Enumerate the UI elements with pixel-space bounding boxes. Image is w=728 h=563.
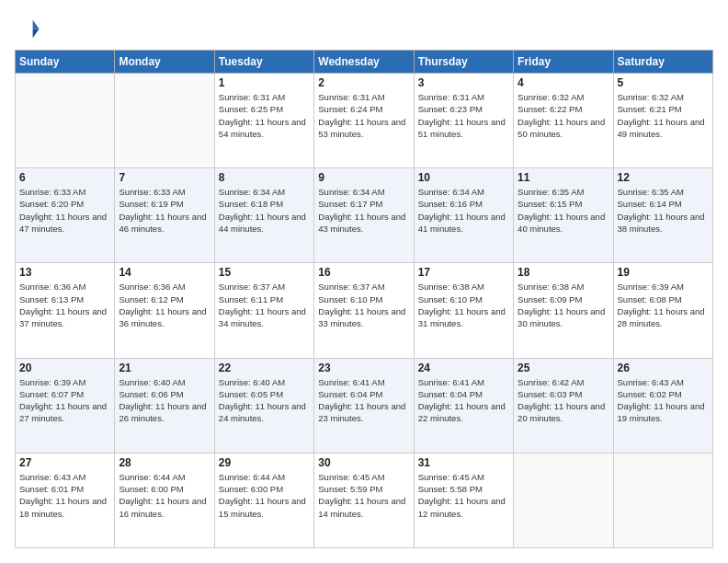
day-number: 27 bbox=[19, 456, 110, 469]
calendar-cell: 1Sunrise: 6:31 AMSunset: 6:25 PMDaylight… bbox=[214, 74, 313, 168]
day-info: Sunrise: 6:37 AMSunset: 6:11 PMDaylight:… bbox=[219, 281, 310, 329]
calendar-cell: 14Sunrise: 6:36 AMSunset: 6:12 PMDayligh… bbox=[115, 263, 214, 358]
calendar-cell: 9Sunrise: 6:34 AMSunset: 6:17 PMDaylight… bbox=[314, 168, 414, 263]
day-info: Sunrise: 6:31 AMSunset: 6:24 PMDaylight:… bbox=[318, 91, 409, 140]
calendar-cell: 2Sunrise: 6:31 AMSunset: 6:24 PMDaylight… bbox=[314, 74, 414, 168]
calendar-cell: 19Sunrise: 6:39 AMSunset: 6:08 PMDayligh… bbox=[613, 263, 712, 358]
day-info: Sunrise: 6:38 AMSunset: 6:09 PMDaylight:… bbox=[518, 281, 609, 329]
day-number: 16 bbox=[318, 266, 409, 279]
day-number: 15 bbox=[219, 266, 310, 279]
svg-marker-0 bbox=[33, 20, 40, 29]
calendar-cell: 24Sunrise: 6:41 AMSunset: 6:04 PMDayligh… bbox=[414, 358, 513, 453]
svg-marker-1 bbox=[33, 29, 40, 38]
day-number: 5 bbox=[618, 76, 709, 89]
day-info: Sunrise: 6:33 AMSunset: 6:20 PMDaylight:… bbox=[19, 186, 110, 235]
day-number: 21 bbox=[119, 362, 210, 374]
weekday-header-saturday: Saturday bbox=[613, 51, 712, 74]
calendar-cell: 8Sunrise: 6:34 AMSunset: 6:18 PMDaylight… bbox=[214, 168, 313, 263]
calendar-cell: 17Sunrise: 6:38 AMSunset: 6:10 PMDayligh… bbox=[414, 263, 513, 358]
day-info: Sunrise: 6:38 AMSunset: 6:10 PMDaylight:… bbox=[418, 281, 509, 329]
day-number: 2 bbox=[318, 76, 409, 89]
day-number: 24 bbox=[418, 362, 509, 374]
day-number: 28 bbox=[119, 456, 210, 469]
weekday-header-sunday: Sunday bbox=[16, 51, 115, 74]
day-number: 20 bbox=[19, 362, 110, 374]
day-number: 9 bbox=[318, 171, 409, 184]
day-info: Sunrise: 6:31 AMSunset: 6:23 PMDaylight:… bbox=[418, 91, 509, 140]
day-info: Sunrise: 6:31 AMSunset: 6:25 PMDaylight:… bbox=[219, 91, 310, 140]
day-info: Sunrise: 6:44 AMSunset: 6:00 PMDaylight:… bbox=[119, 471, 210, 520]
calendar-cell: 3Sunrise: 6:31 AMSunset: 6:23 PMDaylight… bbox=[414, 74, 513, 168]
day-info: Sunrise: 6:39 AMSunset: 6:08 PMDaylight:… bbox=[618, 281, 709, 329]
day-info: Sunrise: 6:33 AMSunset: 6:19 PMDaylight:… bbox=[119, 186, 210, 235]
calendar-cell: 4Sunrise: 6:32 AMSunset: 6:22 PMDaylight… bbox=[514, 74, 613, 168]
calendar-cell: 30Sunrise: 6:45 AMSunset: 5:59 PMDayligh… bbox=[314, 453, 414, 547]
day-info: Sunrise: 6:39 AMSunset: 6:07 PMDaylight:… bbox=[19, 376, 110, 425]
day-number: 12 bbox=[618, 171, 709, 184]
calendar-cell: 11Sunrise: 6:35 AMSunset: 6:15 PMDayligh… bbox=[514, 168, 613, 263]
day-info: Sunrise: 6:43 AMSunset: 6:02 PMDaylight:… bbox=[618, 376, 709, 425]
day-number: 8 bbox=[219, 171, 310, 184]
week-row-3: 13Sunrise: 6:36 AMSunset: 6:13 PMDayligh… bbox=[16, 263, 713, 358]
calendar-cell bbox=[16, 74, 115, 168]
calendar-cell: 20Sunrise: 6:39 AMSunset: 6:07 PMDayligh… bbox=[16, 358, 115, 453]
day-info: Sunrise: 6:32 AMSunset: 6:22 PMDaylight:… bbox=[518, 91, 609, 140]
calendar-cell: 5Sunrise: 6:32 AMSunset: 6:21 PMDaylight… bbox=[613, 74, 712, 168]
day-number: 13 bbox=[19, 266, 110, 279]
day-info: Sunrise: 6:45 AMSunset: 5:59 PMDaylight:… bbox=[318, 471, 409, 520]
calendar-cell: 7Sunrise: 6:33 AMSunset: 6:19 PMDaylight… bbox=[115, 168, 214, 263]
calendar-cell: 21Sunrise: 6:40 AMSunset: 6:06 PMDayligh… bbox=[115, 358, 214, 453]
day-info: Sunrise: 6:34 AMSunset: 6:18 PMDaylight:… bbox=[219, 186, 310, 235]
logo bbox=[15, 15, 44, 40]
day-info: Sunrise: 6:36 AMSunset: 6:13 PMDaylight:… bbox=[19, 281, 110, 329]
calendar-cell: 29Sunrise: 6:44 AMSunset: 6:00 PMDayligh… bbox=[214, 453, 313, 547]
weekday-header-row: SundayMondayTuesdayWednesdayThursdayFrid… bbox=[16, 51, 713, 74]
day-number: 7 bbox=[119, 171, 210, 184]
day-number: 31 bbox=[418, 456, 509, 469]
weekday-header-wednesday: Wednesday bbox=[314, 51, 414, 74]
day-info: Sunrise: 6:41 AMSunset: 6:04 PMDaylight:… bbox=[318, 376, 409, 425]
day-number: 11 bbox=[518, 171, 609, 184]
day-info: Sunrise: 6:35 AMSunset: 6:14 PMDaylight:… bbox=[618, 186, 709, 235]
day-number: 17 bbox=[418, 266, 509, 279]
weekday-header-friday: Friday bbox=[514, 51, 613, 74]
calendar-cell: 13Sunrise: 6:36 AMSunset: 6:13 PMDayligh… bbox=[16, 263, 115, 358]
day-number: 29 bbox=[219, 456, 310, 469]
day-number: 10 bbox=[418, 171, 509, 184]
calendar-cell: 28Sunrise: 6:44 AMSunset: 6:00 PMDayligh… bbox=[115, 453, 214, 547]
calendar-cell: 22Sunrise: 6:40 AMSunset: 6:05 PMDayligh… bbox=[214, 358, 313, 453]
day-number: 19 bbox=[618, 266, 709, 279]
calendar-cell: 26Sunrise: 6:43 AMSunset: 6:02 PMDayligh… bbox=[613, 358, 712, 453]
week-row-2: 6Sunrise: 6:33 AMSunset: 6:20 PMDaylight… bbox=[16, 168, 713, 263]
week-row-1: 1Sunrise: 6:31 AMSunset: 6:25 PMDaylight… bbox=[16, 74, 713, 168]
day-number: 30 bbox=[318, 456, 409, 469]
week-row-4: 20Sunrise: 6:39 AMSunset: 6:07 PMDayligh… bbox=[16, 358, 713, 453]
calendar-cell bbox=[115, 74, 214, 168]
day-number: 14 bbox=[119, 266, 210, 279]
day-number: 22 bbox=[219, 362, 310, 374]
day-info: Sunrise: 6:40 AMSunset: 6:06 PMDaylight:… bbox=[119, 376, 210, 425]
header bbox=[15, 15, 713, 40]
weekday-header-monday: Monday bbox=[115, 51, 214, 74]
calendar-cell: 10Sunrise: 6:34 AMSunset: 6:16 PMDayligh… bbox=[414, 168, 513, 263]
day-info: Sunrise: 6:36 AMSunset: 6:12 PMDaylight:… bbox=[119, 281, 210, 329]
day-info: Sunrise: 6:34 AMSunset: 6:17 PMDaylight:… bbox=[318, 186, 409, 235]
calendar-cell: 31Sunrise: 6:45 AMSunset: 5:58 PMDayligh… bbox=[414, 453, 513, 547]
day-number: 25 bbox=[518, 362, 609, 374]
week-row-5: 27Sunrise: 6:43 AMSunset: 6:01 PMDayligh… bbox=[16, 453, 713, 547]
day-number: 4 bbox=[518, 76, 609, 89]
logo-icon bbox=[15, 15, 40, 40]
calendar-cell: 23Sunrise: 6:41 AMSunset: 6:04 PMDayligh… bbox=[314, 358, 414, 453]
calendar-table: SundayMondayTuesdayWednesdayThursdayFrid… bbox=[15, 50, 713, 548]
day-info: Sunrise: 6:40 AMSunset: 6:05 PMDaylight:… bbox=[219, 376, 310, 425]
calendar-cell: 6Sunrise: 6:33 AMSunset: 6:20 PMDaylight… bbox=[16, 168, 115, 263]
day-info: Sunrise: 6:35 AMSunset: 6:15 PMDaylight:… bbox=[518, 186, 609, 235]
day-number: 1 bbox=[219, 76, 310, 89]
calendar-cell: 12Sunrise: 6:35 AMSunset: 6:14 PMDayligh… bbox=[613, 168, 712, 263]
day-info: Sunrise: 6:34 AMSunset: 6:16 PMDaylight:… bbox=[418, 186, 509, 235]
calendar-cell: 18Sunrise: 6:38 AMSunset: 6:09 PMDayligh… bbox=[514, 263, 613, 358]
day-info: Sunrise: 6:43 AMSunset: 6:01 PMDaylight:… bbox=[19, 471, 110, 520]
page: SundayMondayTuesdayWednesdayThursdayFrid… bbox=[0, 0, 728, 563]
day-number: 3 bbox=[418, 76, 509, 89]
day-info: Sunrise: 6:37 AMSunset: 6:10 PMDaylight:… bbox=[318, 281, 409, 329]
